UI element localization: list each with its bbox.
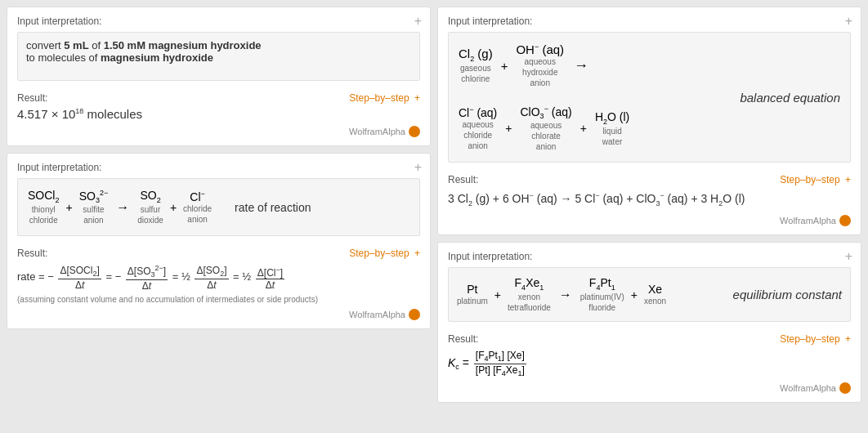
top-eq-row: Cl2 (g) gaseouschlorine + OH− (aq) aqueo… [459, 42, 629, 88]
card3-header-label: Input interpretation: [448, 16, 532, 27]
card1-result-label: Result: [17, 92, 47, 104]
so2-group: SO2 sulfurdioxide [137, 189, 163, 225]
card4-wolfram-footer: WolframAlpha [448, 382, 851, 394]
card4-plus-icon[interactable]: + [845, 249, 852, 264]
card4-step-by-step[interactable]: Step–by–step + [780, 333, 851, 345]
bot-eq-row: Cl− (aq) aqueouschlorideanion + ClO3− (a… [459, 105, 629, 152]
wolfram-icon3 [839, 215, 851, 226]
card3-result-equation: 3 Cl2 (g) + 6 OH− (aq) → 5 Cl− (aq) + Cl… [448, 189, 851, 210]
card2-header-label: Input interpretation: [17, 162, 101, 173]
card3-plus-icon[interactable]: + [845, 14, 852, 29]
card-magnesium-hydroxide: Input interpretation: + convert 5 mL of … [7, 7, 431, 146]
card2-result-label: Result: [17, 248, 47, 259]
card1-step-by-step[interactable]: Step–by–step + [349, 92, 420, 104]
card1-result-value: 4.517 × 1018 molecules [17, 107, 420, 121]
rate-formula-display: rate = − Δ[SOCl2] Δt = − Δ[SO32−] Δt = ½… [17, 264, 420, 291]
equilibrium-constant-label: equilibrium constant [733, 288, 842, 301]
card1-header-label: Input interpretation: [17, 16, 101, 27]
card2-plus-icon[interactable]: + [414, 160, 422, 175]
card1-input-box: convert 5 mL of 1.50 mM magnesium hydrox… [17, 32, 420, 81]
wolfram-icon4 [839, 382, 851, 394]
cl-group: Cl− chlorideanion [183, 190, 212, 225]
card2-wolfram-footer: WolframAlpha [17, 309, 420, 320]
card2-rate-box: SOCl2 thionylchloride + SO32− sulfiteani… [17, 178, 420, 236]
card-rate-of-reaction: Input interpretation: + SOCl2 thionylchl… [7, 153, 431, 329]
card3-balanced-box: Cl2 (g) gaseouschlorine + OH− (aq) aqueo… [448, 32, 851, 163]
card3-wolfram-footer: WolframAlpha [448, 215, 851, 226]
rate-equation-display: SOCl2 thionylchloride + SO32− sulfiteani… [28, 189, 212, 225]
card1-wolfram-footer: WolframAlpha [17, 126, 420, 137]
so3-group: SO32− sulfiteanion [79, 189, 109, 225]
socl2-group: SOCl2 thionylchloride [28, 189, 59, 225]
balanced-equation-label: balanced equation [723, 91, 840, 105]
card-balanced-equation: Input interpretation: + Cl2 (g) gaseousc… [437, 7, 861, 235]
wolfram-icon [409, 126, 420, 137]
card4-header-label: Input interpretation: [448, 251, 532, 262]
card2-step-by-step[interactable]: Step–by–step + [349, 248, 420, 259]
card4-result-label: Result: [448, 333, 478, 345]
card3-step-by-step[interactable]: Step–by–step + [780, 174, 851, 185]
card4-equilibrium-box: Pt platinum + F4Xe1 xenontetrafluoride →… [448, 267, 851, 322]
card-equilibrium-constant: Input interpretation: + Pt platinum + F4… [437, 242, 861, 403]
rate-of-reaction-label: rate of reaction [235, 201, 311, 214]
kc-result-display: Kc = [F4Pt1] [Xe] [Pt] [F4Xe1] [448, 350, 851, 377]
card1-plus-icon[interactable]: + [414, 14, 422, 29]
equilibrium-equation-display: Pt platinum + F4Xe1 xenontetrafluoride →… [457, 276, 666, 313]
card3-result-label: Result: [448, 174, 478, 185]
rate-note: (assuming constant volume and no accumul… [17, 295, 420, 304]
balanced-equation-display: Cl2 (g) gaseouschlorine + OH− (aq) aqueo… [459, 42, 629, 152]
wolfram-icon2 [409, 309, 420, 320]
